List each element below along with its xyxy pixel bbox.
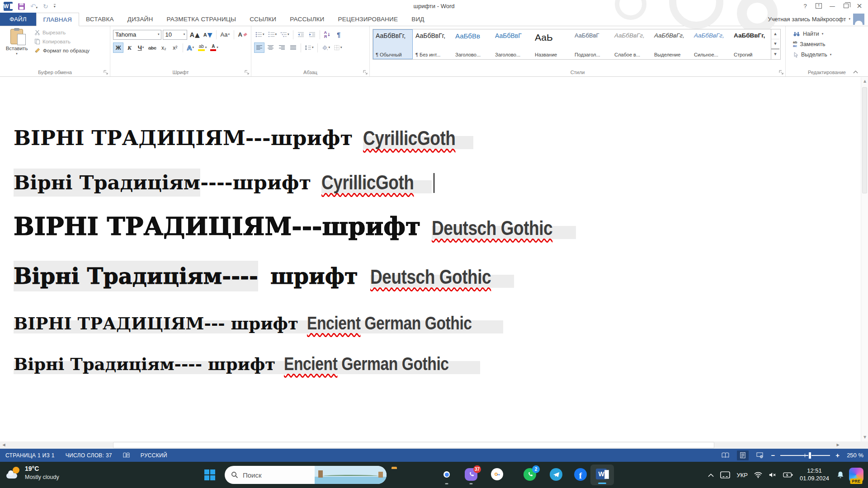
shrink-font-button[interactable]: А▼: [202, 29, 213, 40]
avatar[interactable]: [853, 14, 864, 25]
style-item-heading1[interactable]: АаБбВвЗаголово...: [453, 29, 492, 59]
vertical-scrollbar[interactable]: ▲ ▼: [861, 77, 868, 441]
microsoft-account-button[interactable]: Учетная запись Майкрософт ▾: [768, 14, 864, 25]
font-name-cyrillicgoth[interactable]: CyrillicGoth: [363, 127, 455, 150]
select-button[interactable]: Выделить▾: [793, 52, 863, 58]
tab-mailings[interactable]: РАССЫЛКИ: [283, 13, 331, 26]
proofing-status[interactable]: [118, 449, 135, 462]
taskbar-telegram-icon[interactable]: [550, 468, 562, 481]
taskbar-facebook-icon[interactable]: f: [574, 468, 587, 481]
taskbar-word-active[interactable]: W: [590, 465, 614, 485]
align-center-button[interactable]: [265, 42, 276, 53]
save-button[interactable]: [18, 3, 25, 10]
page-count[interactable]: СТРАНИЦА 1 ИЗ 1: [0, 449, 60, 462]
clipboard-dialog-launcher[interactable]: [103, 70, 108, 75]
style-item-heading2[interactable]: АаБбВвГЗаголово...: [492, 29, 532, 59]
font-name-deutsch-gothic[interactable]: Deutsch Gothic: [370, 266, 491, 288]
tab-home[interactable]: ГЛАВНАЯ: [36, 13, 79, 26]
multilevel-list-button[interactable]: ▾: [279, 29, 291, 40]
collapse-ribbon-button[interactable]: [853, 70, 858, 74]
numbering-button[interactable]: ▾: [267, 29, 278, 40]
find-button[interactable]: Найти▾: [793, 31, 863, 37]
paste-button[interactable]: Вставить ▾: [3, 28, 31, 67]
font-size-combobox[interactable]: 10▾: [163, 30, 187, 40]
word-count[interactable]: ЧИСЛО СЛОВ: 37: [60, 449, 118, 462]
increase-indent-button[interactable]: [307, 29, 317, 40]
tab-view[interactable]: ВИД: [405, 13, 431, 26]
scroll-right-arrow[interactable]: ▶: [834, 441, 842, 449]
align-right-button[interactable]: [277, 42, 287, 53]
italic-button[interactable]: К: [124, 42, 135, 53]
volume-muted-icon[interactable]: [765, 466, 780, 484]
taskbar-viber-icon[interactable]: 37: [465, 468, 477, 481]
text-highlight-color-button[interactable]: ab▾: [197, 42, 208, 53]
shading-button[interactable]: ▾: [320, 42, 332, 53]
misspelled-word[interactable]: Encient: [307, 313, 360, 333]
cut-button[interactable]: Вырезать: [34, 29, 90, 35]
font-name-encient-german-gothic[interactable]: German Gothic: [342, 354, 449, 374]
help-button[interactable]: ?: [799, 1, 811, 11]
clock[interactable]: 12:51 01.09.2024: [796, 467, 833, 483]
tab-file[interactable]: ФАЙЛ: [0, 13, 36, 26]
gallery-scroll-up-button[interactable]: ▲: [771, 29, 779, 39]
font-name-encient-german-gothic[interactable]: German Gothic: [364, 313, 472, 333]
gallery-scroll-down-button[interactable]: ▼: [771, 39, 779, 49]
change-case-button[interactable]: Aa▾: [219, 29, 231, 40]
scroll-up-arrow[interactable]: ▲: [861, 77, 868, 85]
taskbar-edge-icon[interactable]: [416, 468, 429, 481]
document-page[interactable]: ВІРНІ ТРАДИЦІЯМ---шрифт CyrillicGoth Вір…: [0, 77, 861, 441]
document-line-3[interactable]: ВІРНІ ТРАДИЦІЯМ---шрифт Deutsch Gothic: [14, 212, 576, 241]
text-effects-button[interactable]: А▾: [185, 42, 196, 53]
style-item-subtle-emphasis[interactable]: АаБбВвГг,Слабое в...: [612, 29, 651, 59]
style-item-subtitle[interactable]: АаБбВвГПодзагол...: [572, 29, 612, 59]
bullets-button[interactable]: ▾: [254, 29, 266, 40]
copy-button[interactable]: Копировать: [34, 38, 90, 44]
scroll-left-arrow[interactable]: ◀: [0, 441, 8, 449]
start-button[interactable]: [204, 469, 215, 480]
taskbar-file-explorer-icon[interactable]: [392, 468, 404, 481]
superscript-button[interactable]: x²: [170, 42, 180, 53]
line-spacing-button[interactable]: ▾: [303, 42, 315, 53]
document-line-5[interactable]: ВІРНІ ТРАДИЦІЯМ--- шрифт Encient German …: [14, 313, 503, 333]
format-painter-button[interactable]: Формат по образцу: [34, 47, 90, 53]
grow-font-button[interactable]: А▲: [189, 29, 201, 40]
tab-design[interactable]: ДИЗАЙН: [121, 13, 160, 26]
replace-button[interactable]: abac Заменить: [793, 41, 863, 48]
style-item-intense-emphasis[interactable]: АаБбВвГг,Сильное...: [691, 29, 731, 59]
close-button[interactable]: ×: [854, 1, 865, 11]
touchpad-icon[interactable]: [717, 466, 733, 484]
style-item-normal[interactable]: АаБбВвГг,¶ Обычный: [373, 29, 413, 59]
sort-button[interactable]: АЯ↓: [322, 29, 333, 40]
clear-formatting-button[interactable]: А: [237, 29, 248, 40]
tray-chevron-up-icon[interactable]: [705, 466, 717, 484]
minimize-button[interactable]: —: [826, 1, 838, 11]
tab-references[interactable]: ССЫЛКИ: [243, 13, 283, 26]
language-indicator[interactable]: УКР: [733, 466, 751, 484]
redo-button[interactable]: ↻: [43, 3, 48, 9]
word-app-icon[interactable]: W: [4, 2, 13, 11]
borders-button[interactable]: ▾: [332, 42, 344, 53]
font-family-combobox[interactable]: Tahoma▾: [113, 30, 161, 40]
tab-insert[interactable]: ВСТАВКА: [79, 13, 121, 26]
font-name-cyrillicgoth[interactable]: CyrillicGoth: [321, 171, 414, 194]
font-dialog-launcher[interactable]: [244, 70, 250, 75]
notification-bell-icon[interactable]: [833, 471, 848, 479]
scroll-down-arrow[interactable]: ▼: [861, 433, 868, 441]
gallery-more-button[interactable]: ▼: [771, 49, 779, 59]
copilot-icon[interactable]: PRE: [849, 468, 863, 482]
font-name-deutsch-gothic[interactable]: Deutsch Gothic: [432, 217, 552, 239]
search-highlight-image[interactable]: [315, 466, 387, 484]
restore-button[interactable]: [840, 1, 852, 11]
font-color-button[interactable]: А▾: [209, 42, 220, 53]
customize-qat-button[interactable]: ▾: [54, 4, 56, 9]
style-item-title[interactable]: АаЬНазвание: [532, 29, 572, 59]
paragraph-dialog-launcher[interactable]: [363, 70, 368, 75]
underline-button[interactable]: Ч▾: [136, 42, 146, 53]
style-item-no-spacing[interactable]: АаБбВвГг,¶ Без инт...: [413, 29, 453, 59]
document-line-4[interactable]: Вірні Традиціям---- шрифт Deutsch Gothic: [14, 263, 514, 289]
document-line-1[interactable]: ВІРНІ ТРАДИЦІЯМ---шрифт CyrillicGoth: [14, 126, 473, 150]
taskbar-chrome-icon[interactable]: [440, 468, 453, 481]
zoom-slider[interactable]: [780, 455, 830, 456]
align-left-button[interactable]: [254, 42, 264, 53]
wifi-icon[interactable]: [751, 466, 765, 484]
